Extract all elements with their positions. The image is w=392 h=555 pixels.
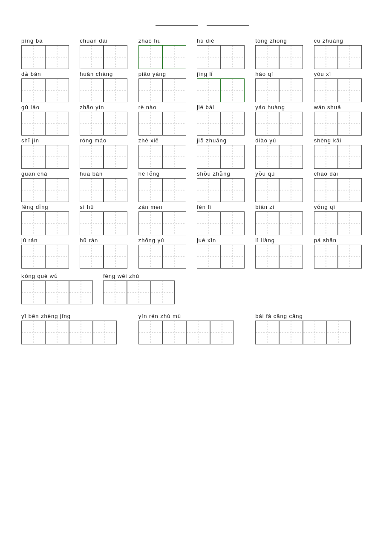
char-box: [45, 321, 69, 344]
char-box: [21, 145, 45, 169]
char-boxes: [314, 245, 362, 269]
char-box: [314, 178, 338, 202]
vocab-row: fēng dǐngsì hūzán menfèn lìbiàn ziyǒng q…: [21, 204, 371, 235]
char-box: [138, 45, 162, 69]
char-boxes: [21, 211, 69, 235]
char-box: [255, 211, 279, 235]
pinyin-label: shèng kāi: [314, 137, 342, 144]
pinyin-label: pá shān: [314, 237, 337, 243]
word-group: yáo huàng: [255, 104, 312, 136]
idioms-section: yī běn zhèng jīngyǐn rén zhù mùbái fà cā…: [21, 313, 371, 344]
char-box: [80, 245, 104, 269]
char-boxes: [197, 245, 245, 269]
char-box: [45, 280, 69, 304]
word-group: yī běn zhèng jīng: [21, 313, 137, 344]
word-group: yǐn rén zhù mù: [138, 313, 254, 344]
char-box: [279, 211, 303, 235]
char-box: [255, 45, 279, 69]
pinyin-label: cháo dài: [314, 171, 338, 177]
char-box: [69, 321, 93, 344]
word-group: shèng kāi: [314, 137, 371, 169]
char-boxes: [314, 112, 362, 136]
pinyin-label: gǔ lǎo: [21, 104, 40, 110]
word-group: yǒng qì: [314, 204, 371, 235]
char-box: [197, 178, 221, 202]
page-container: píng bàchuān dàizhāo hūhú diétóng zhōngc…: [21, 17, 371, 344]
char-boxes: [80, 78, 127, 102]
pinyin-label: jié bái: [197, 104, 214, 110]
char-box: [104, 45, 127, 69]
char-boxes: [197, 145, 245, 169]
vocab-row: dǎ bànhuān chàngpiāo yángjìng lǐhào qíyó…: [21, 71, 371, 102]
char-box: [162, 211, 186, 235]
char-box: [186, 321, 210, 344]
char-box: [103, 280, 127, 304]
char-boxes: [21, 245, 69, 269]
char-box: [104, 78, 127, 102]
char-box: [162, 321, 186, 344]
word-group: hú dié: [197, 38, 254, 69]
pinyin-label: yáo huàng: [255, 104, 285, 110]
char-boxes: [80, 145, 127, 169]
char-boxes: [21, 145, 69, 169]
char-box: [279, 45, 303, 69]
pinyin-label: diào yú: [255, 137, 276, 144]
char-box: [138, 321, 162, 344]
char-boxes: [80, 245, 127, 269]
word-group: jiǎ zhuāng: [197, 137, 254, 169]
char-box: [221, 78, 245, 102]
char-boxes: [314, 145, 362, 169]
pinyin-label: jū rán: [21, 237, 38, 243]
pinyin-label: píng bà: [21, 38, 43, 44]
char-boxes: [21, 112, 69, 136]
char-box: [197, 78, 221, 102]
char-box: [80, 145, 104, 169]
char-box: [80, 112, 104, 136]
char-box: [314, 45, 338, 69]
word-group: jué xīn: [197, 237, 254, 269]
char-box: [197, 45, 221, 69]
char-box: [104, 211, 127, 235]
char-box: [279, 112, 303, 136]
word-group: zhōng yú: [138, 237, 195, 269]
char-box: [221, 245, 245, 269]
idioms-row: yī běn zhèng jīngyǐn rén zhù mùbái fà cā…: [21, 313, 371, 344]
word-group: róng máo: [80, 137, 136, 169]
char-box: [338, 112, 362, 136]
pinyin-label: guān chá: [21, 171, 48, 177]
char-box: [338, 45, 362, 69]
pinyin-label: tóng zhōng: [255, 38, 287, 44]
char-box: [138, 245, 162, 269]
pinyin-label: wán shuǎ: [314, 104, 341, 110]
char-box: [21, 112, 45, 136]
char-box: [221, 45, 245, 69]
char-boxes: [197, 78, 245, 102]
char-boxes: [197, 211, 245, 235]
three-char-section: kǒng què wǔfèng wěi zhú: [21, 273, 371, 304]
char-box: [162, 178, 186, 202]
word-group: hé lǒng: [138, 171, 195, 202]
char-box: [138, 145, 162, 169]
word-group: rè nào: [138, 104, 195, 136]
vocab-row: jū ránhū ránzhōng yújué xīnlì liàngpá sh…: [21, 237, 371, 269]
char-box: [338, 245, 362, 269]
char-boxes: [138, 45, 186, 69]
char-boxes: [21, 280, 93, 304]
char-box: [255, 112, 279, 136]
char-box: [45, 178, 69, 202]
char-boxes: [314, 211, 362, 235]
char-boxes: [255, 145, 303, 169]
word-group: zán men: [138, 204, 195, 235]
pinyin-label: hé lǒng: [138, 171, 160, 177]
char-box: [45, 78, 69, 102]
char-box: [338, 211, 362, 235]
pinyin-label: yóu xì: [314, 71, 331, 77]
word-group: piāo yáng: [138, 71, 195, 102]
char-boxes: [197, 178, 245, 202]
char-box: [21, 45, 45, 69]
vocab-row: shǐ jìnróng máozhè xiējiǎ zhuāngdiào yús…: [21, 137, 371, 169]
char-boxes: [21, 178, 69, 202]
char-boxes: [80, 112, 127, 136]
header-fields: [151, 17, 249, 26]
pinyin-label: jiǎ zhuāng: [197, 137, 227, 144]
